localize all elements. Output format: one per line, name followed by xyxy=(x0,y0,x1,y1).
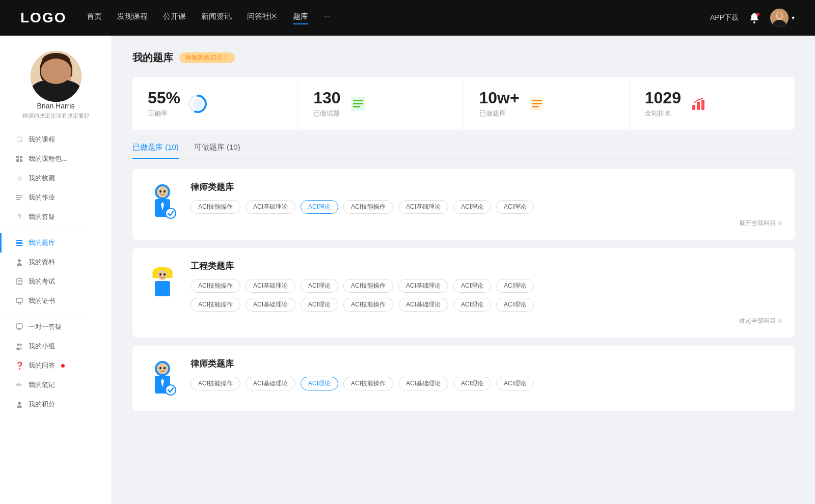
svg-point-41 xyxy=(19,348,23,350)
tag-item[interactable]: ACI理论 xyxy=(453,200,491,214)
questions-icon xyxy=(349,95,367,113)
svg-rect-49 xyxy=(353,103,363,104)
tag-item[interactable]: ACI理论 xyxy=(453,298,491,312)
collapse-link[interactable]: 收起全部科目 ∧ xyxy=(191,317,782,325)
nav-home[interactable]: 首页 xyxy=(87,12,102,24)
sidebar-item-homework[interactable]: 我的作业 xyxy=(0,188,112,207)
sidebar-item-question-bank[interactable]: 我的题库 xyxy=(0,233,112,253)
sidebar: Brian Harris 错误的决定比没有决定要好 ☐ 我的课程 我的课程包..… xyxy=(0,36,112,504)
tag-item[interactable]: ACI理论 xyxy=(496,279,534,293)
tag-item[interactable]: ACI理论 xyxy=(496,298,534,312)
tag-item[interactable]: ACI理论 xyxy=(496,377,534,390)
tab-available[interactable]: 可做题库 (10) xyxy=(194,143,240,158)
profile-icon xyxy=(15,258,23,266)
expand-link-1[interactable]: 展开全部科目 ∨ xyxy=(191,219,782,228)
sidebar-item-exam[interactable]: 我的考试 xyxy=(0,272,112,291)
nav-news[interactable]: 新闻资讯 xyxy=(201,12,232,24)
tag-item[interactable]: ACI技能操作 xyxy=(191,200,240,214)
nav-discover[interactable]: 发现课程 xyxy=(117,12,148,24)
unread-dot xyxy=(61,364,65,368)
trial-badge: 体验剩余23天！ xyxy=(179,52,235,63)
bank-card-lawyer1: 律师类题库 ACI技能操作 ACI基础理论 ACI理论 ACI技能操作 ACI基… xyxy=(132,169,795,240)
tag-item[interactable]: ACI基础理论 xyxy=(246,377,295,390)
sidebar-item-groups[interactable]: 我的小组 xyxy=(0,337,112,356)
notes-icon: ✏ xyxy=(15,381,23,389)
accuracy-label: 正确率 xyxy=(148,109,180,118)
tag-item[interactable]: ACI理论 xyxy=(453,377,491,390)
rank-icon xyxy=(689,95,708,113)
svg-rect-34 xyxy=(18,283,20,284)
svg-rect-33 xyxy=(18,282,21,282)
tag-item[interactable]: ACI基础理论 xyxy=(246,279,295,293)
tag-item[interactable]: ACI基础理论 xyxy=(398,298,448,312)
sidebar-item-favorites[interactable]: ☆ 我的收藏 xyxy=(0,169,112,188)
sidebar-item-notes[interactable]: ✏ 我的笔记 xyxy=(0,375,112,395)
nav-question-bank[interactable]: 题库 xyxy=(293,12,308,24)
tag-item[interactable]: ACI技能操作 xyxy=(343,298,393,312)
package-icon xyxy=(15,155,23,163)
tag-item[interactable]: ACI技能操作 xyxy=(191,279,240,293)
tag-item[interactable]: ACI技能操作 xyxy=(343,377,393,390)
svg-point-6 xyxy=(31,51,82,102)
tag-item[interactable]: ACI基础理论 xyxy=(398,377,448,390)
svg-point-15 xyxy=(42,53,70,69)
tag-item-active[interactable]: ACI理论 xyxy=(301,200,338,214)
stat-done-questions: 130 已做试题 xyxy=(298,77,464,130)
done-questions-label: 已做试题 xyxy=(313,109,340,118)
tag-item[interactable]: ACI基础理论 xyxy=(398,279,448,293)
svg-point-64 xyxy=(164,190,166,192)
svg-point-63 xyxy=(159,190,161,192)
svg-point-18 xyxy=(60,73,72,85)
sidebar-menu: ☐ 我的课程 我的课程包... ☆ 我的收藏 xyxy=(0,130,112,414)
svg-rect-35 xyxy=(16,298,22,302)
engineer-tags-row1: ACI技能操作 ACI基础理论 ACI理论 ACI技能操作 ACI基础理论 AC… xyxy=(191,279,782,293)
nav-open-course[interactable]: 公开课 xyxy=(163,12,186,24)
sidebar-divider-1 xyxy=(0,230,89,230)
avatar-chevron: ▾ xyxy=(792,14,795,21)
svg-point-39 xyxy=(20,344,22,346)
sidebar-item-profile[interactable]: 我的资料 xyxy=(0,253,112,272)
tag-item[interactable]: ACI技能操作 xyxy=(191,298,240,312)
sidebar-item-course-package[interactable]: 我的课程包... xyxy=(0,149,112,169)
question-icon: ? xyxy=(15,213,23,221)
tag-item-active[interactable]: ACI理论 xyxy=(301,377,338,390)
nav-more[interactable]: ··· xyxy=(323,12,330,24)
tab-done[interactable]: 已做题库 (10) xyxy=(132,143,179,158)
tag-item[interactable]: ACI基础理论 xyxy=(246,200,295,214)
sidebar-item-my-courses[interactable]: ☐ 我的课程 xyxy=(0,130,112,149)
tag-item[interactable]: ACI理论 xyxy=(453,279,491,293)
svg-rect-22 xyxy=(20,159,22,162)
my-question-icon: ❓ xyxy=(15,361,23,370)
svg-rect-67 xyxy=(155,281,170,296)
svg-rect-50 xyxy=(353,106,360,107)
sidebar-item-my-questions[interactable]: ❓ 我的问答 xyxy=(0,356,112,375)
tag-item[interactable]: ACI技能操作 xyxy=(343,200,393,214)
accuracy-icon xyxy=(188,95,207,113)
tag-item[interactable]: ACI技能操作 xyxy=(191,377,240,390)
nav-qa[interactable]: 问答社区 xyxy=(247,12,278,24)
svg-point-17 xyxy=(64,60,72,80)
sidebar-item-points[interactable]: 我的积分 xyxy=(0,395,112,414)
tag-item[interactable]: ACI理论 xyxy=(496,200,534,214)
sidebar-item-tutoring[interactable]: 一对一答疑 xyxy=(0,317,112,337)
tag-item[interactable]: ACI基础理论 xyxy=(398,200,448,214)
engineer-title: 工程类题库 xyxy=(191,260,782,272)
svg-point-1 xyxy=(756,13,759,16)
tag-item[interactable]: ACI技能操作 xyxy=(343,279,393,293)
lawyer2-title: 律师类题库 xyxy=(191,358,782,370)
sidebar-item-questions[interactable]: ? 我的答疑 xyxy=(0,207,112,227)
user-avatar-menu[interactable]: ▾ xyxy=(770,9,795,27)
sidebar-item-certificate[interactable]: 我的证书 xyxy=(0,291,112,311)
svg-rect-37 xyxy=(16,324,22,328)
user-name: Brian Harris xyxy=(37,102,75,110)
app-download-button[interactable]: APP下载 xyxy=(710,13,739,22)
tag-item[interactable]: ACI理论 xyxy=(301,279,338,293)
tag-item[interactable]: ACI理论 xyxy=(301,298,338,312)
user-motto: 错误的决定比没有决定要好 xyxy=(17,112,95,120)
svg-point-5 xyxy=(777,12,782,18)
tag-item[interactable]: ACI基础理论 xyxy=(246,298,295,312)
notification-bell[interactable] xyxy=(749,12,760,23)
svg-point-30 xyxy=(17,263,22,266)
svg-rect-19 xyxy=(16,156,19,158)
svg-rect-48 xyxy=(353,100,363,101)
